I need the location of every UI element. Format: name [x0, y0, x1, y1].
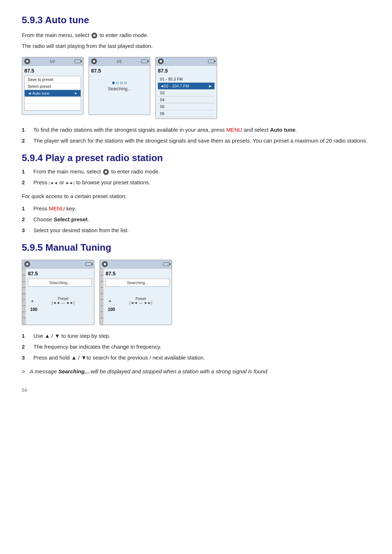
device-header-3 [156, 57, 217, 66]
down-arrow-2: ▼ [81, 354, 87, 361]
tick-7 [23, 312, 25, 312]
tick-6 [23, 305, 25, 306]
step-593-2: The player will search for the stations … [22, 136, 370, 145]
manual-device-screen-2: 87.5 Searching... ◄ Preset |◄◄ — ►►| [99, 260, 172, 325]
dot-4 [124, 82, 127, 84]
freq-sidebar-1 [22, 268, 26, 325]
searching-bold: Searching... [58, 368, 89, 374]
preset-item-3: 03 [158, 90, 215, 97]
next-preset-1: ►►| [66, 301, 74, 305]
steps-595: Use ▲ / ▼ to tune step by step. The freq… [22, 332, 370, 362]
battery-icon-3 [208, 59, 215, 63]
manual-bottom-freq-1: 100 [28, 306, 92, 313]
note-text: A message Searching... will be displayed… [30, 367, 269, 376]
step-595-1: Use ▲ / ▼ to tune step by step. [22, 332, 370, 340]
manual-searching-2: Searching... [106, 279, 170, 287]
section-593-title: 5.9.3 Auto tune [22, 15, 370, 26]
auto-tune-label: ◄ Auto tune [28, 91, 49, 95]
battery-icon-1 [74, 59, 81, 63]
freq-3: 87.5 [158, 67, 215, 74]
up-arrow-2: ▲ [71, 354, 77, 361]
screens-row-595: 87.5 Searching... ◄ Preset |◄◄ — ►►| [22, 260, 370, 325]
preset-item-1: 01 - 95.3 FM [158, 76, 215, 83]
dot-3 [120, 82, 123, 84]
intro1-suffix: to enter radio mode. [99, 32, 148, 38]
preset-item-2: ◄02 - 104.7 FM ► [158, 83, 215, 90]
tick-3 [23, 287, 25, 288]
device-header-1: 1/2 [22, 57, 83, 66]
radio-icon-3 [158, 58, 164, 64]
dot-2 [116, 82, 119, 84]
manual-bottom-row-1: ◄ Preset |◄◄ — ►►| [28, 295, 92, 306]
step-595-2: The frequency bar indicates the change i… [22, 342, 370, 351]
steps-593: To find the radio stations with the stro… [22, 126, 370, 145]
step-594-m2: Choose Select preset. [22, 215, 370, 224]
tick-s2-8 [101, 318, 103, 318]
intro-line2: The radio will start playing from the la… [22, 42, 370, 50]
preset-item-4: 04 [158, 97, 215, 103]
manual-battery-icon-2 [163, 262, 170, 266]
step-593-1: To find the radio stations with the stro… [22, 126, 370, 134]
step-594-m1: Press MENU key. [22, 204, 370, 213]
auto-tune-bold: Auto tune [270, 127, 295, 133]
menu-auto-tune: ◄ Auto tune ► [25, 90, 81, 97]
triangle-left-1: ◄ [30, 299, 34, 303]
device-screen-1: 1/2 87.5 Save to preset Select preset ◄ … [22, 57, 83, 115]
searching-area-2: Searching... [91, 74, 148, 95]
intro-line1: From the main menu, select to enter radi… [22, 31, 370, 40]
select-preset-bold: Select preset [54, 216, 87, 222]
manual-freq-1: 87.5 [28, 270, 92, 277]
prev-preset-2: |◄◄ [130, 301, 138, 305]
tick-2 [23, 281, 25, 282]
manual-screen-wrapper-2: 87.5 Searching... ◄ Preset |◄◄ — ►►| [99, 260, 172, 325]
menu-empty-1 [25, 97, 81, 104]
preset-item-5: 05 [158, 103, 215, 110]
tick-8 [23, 318, 25, 318]
menu-list-1: Save to preset Select preset ◄ Auto tune… [24, 76, 81, 111]
manual-radio-icon-1 [24, 261, 30, 267]
preset-label-text-2: Preset [114, 297, 167, 301]
tick-s2-7 [101, 312, 103, 312]
screen-wrapper-2: 1/2 87.5 Searching... [89, 57, 150, 115]
manual-freq-2: 87.5 [106, 270, 170, 277]
manual-bottom-freq-2: 100 [106, 306, 170, 313]
manual-device-header-1 [22, 260, 94, 268]
device-screen-3: 87.5 01 - 95.3 FM ◄02 - 104.7 FM ► 03 04… [155, 57, 217, 119]
tick-1 [23, 275, 25, 275]
manual-bottom-row-2: ◄ Preset |◄◄ — ►►| [106, 295, 170, 306]
device-body-3: 87.5 01 - 95.3 FM ◄02 - 104.7 FM ► 03 04… [156, 66, 217, 119]
manual-radio-icon-2 [102, 261, 108, 267]
preset-list: 01 - 95.3 FM ◄02 - 104.7 FM ► 03 04 05 0… [158, 76, 215, 117]
freq-sidebar-2 [100, 268, 103, 325]
manual-body-wrapper-1: 87.5 Searching... ◄ Preset |◄◄ — ►►| [22, 268, 94, 325]
step-594-2: Press |◄◄ or ►►| to browse your preset s… [22, 178, 370, 187]
radio-icon-2 [91, 58, 97, 64]
preset-row-1: Preset |◄◄ — ►►| [37, 297, 90, 305]
preset-label-text-1: Preset [37, 297, 90, 301]
menu-select-preset: Select preset [25, 83, 81, 90]
dots-row [112, 82, 127, 84]
tick-5 [23, 299, 25, 300]
searching-text-2: Searching... [108, 86, 131, 91]
step-595-3: Press and hold ▲ / ▼to search for the pr… [22, 353, 370, 362]
menu-highlight-1: MENU [226, 127, 242, 133]
skip-prev-icon: |◄◄ [49, 181, 58, 185]
preset-item-2-arrow: ► [208, 84, 212, 88]
auto-tune-arrow: ► [74, 91, 78, 95]
section-594-title: 5.9.4 Play a preset radio station [22, 152, 370, 164]
manual-main-body-1: 87.5 Searching... ◄ Preset |◄◄ — ►►| [26, 268, 94, 325]
preset-item-2-label: ◄02 - 104.7 FM [160, 84, 189, 88]
preset-controls-1: |◄◄ — ►►| [37, 301, 90, 305]
tick-s2-2 [101, 281, 103, 282]
note-searching: A message Searching... will be displayed… [22, 367, 370, 376]
quick-access-text: For quick access to a certain preset sta… [22, 192, 370, 201]
tick-s2-1 [101, 275, 103, 275]
step-595-2-text: The frequency bar indicates the change i… [33, 342, 161, 351]
device-header-2: 1/2 [89, 57, 150, 66]
tick-4 [23, 294, 25, 294]
step-594-m3-text: Select your desired station from the lis… [33, 226, 129, 235]
tick-s2-5 [101, 299, 103, 300]
tick-s2-3 [101, 287, 103, 288]
dot-1 [112, 82, 115, 84]
freq-1: 87.5 [24, 67, 81, 74]
